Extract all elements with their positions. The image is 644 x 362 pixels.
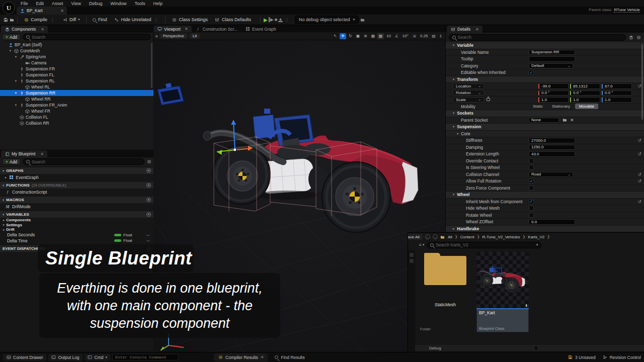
axis-dropdown-rotation[interactable]: Rotation⌄ xyxy=(453,90,484,96)
axis-field-y-location[interactable]: 85.1312 xyxy=(570,83,600,89)
my-blueprint-search-input[interactable] xyxy=(32,159,141,164)
my-blueprint-search[interactable] xyxy=(23,158,144,165)
tree-item-springarm[interactable]: ▾SpringArm xyxy=(0,54,153,60)
select-collision-channel[interactable]: Road⌄ xyxy=(529,172,573,177)
breadcrumb-content[interactable]: Content xyxy=(460,235,474,239)
find-results-button[interactable]: Find Results xyxy=(275,355,304,360)
expander-icon[interactable]: ▸ xyxy=(3,228,5,232)
add-icon[interactable]: + xyxy=(146,198,151,202)
perspective-dropdown[interactable]: Perspective xyxy=(159,33,188,39)
checkbox-hide-wheel-mesh[interactable] xyxy=(529,206,534,211)
viewport-menu-icon[interactable]: ≡ xyxy=(155,34,158,39)
details-subsection-core[interactable]: ▾Core xyxy=(446,131,644,138)
revision-control-button[interactable]: Revision Control xyxy=(603,355,641,360)
compiler-results-tab[interactable]: Compiler Results ✕ xyxy=(214,353,268,361)
debug-checkbox[interactable] xyxy=(534,346,538,350)
asset-tile-staticmesh[interactable]: StaticMesh Folder xyxy=(419,252,471,332)
variable-category-drift[interactable]: ▸Drift xyxy=(0,227,153,232)
console-command-input[interactable] xyxy=(112,354,179,360)
tab-my-blueprint[interactable]: My Blueprint✕ xyxy=(1,150,47,157)
tree-item-bp-kart-self-[interactable]: BP_Kart (Self) xyxy=(0,42,153,48)
close-tab-icon[interactable]: ✕ xyxy=(60,9,64,13)
details-section-sockets[interactable]: ▾Sockets xyxy=(446,110,644,117)
section-functions[interactable]: ▾FUNCTIONS(24 OVERRIDABLE)+ xyxy=(0,182,153,189)
menu-help[interactable]: Help xyxy=(149,1,166,6)
output-log-button[interactable]: Output Log xyxy=(48,354,83,361)
variable-category-settings[interactable]: ▸Settings xyxy=(0,223,153,228)
display-filter-icon[interactable] xyxy=(628,35,633,40)
clear-icon[interactable]: ✕ xyxy=(570,118,574,123)
add-icon[interactable]: + xyxy=(146,168,151,173)
section-graphs[interactable]: ▾GRAPHS+ xyxy=(0,167,153,174)
camera-speed-icon[interactable]: ▤ xyxy=(431,33,437,39)
content-drawer-button[interactable]: Content Drawer xyxy=(3,354,46,361)
value-field-extension-length[interactable]: 43.0 xyxy=(529,151,575,157)
content-search[interactable]: ▾ xyxy=(427,242,541,248)
axis-field-z-location[interactable]: 67.0 xyxy=(602,83,632,89)
tree-item-camera[interactable]: Camera xyxy=(0,60,153,66)
gear-icon[interactable] xyxy=(636,35,641,40)
mobility-stationary[interactable]: Stationary xyxy=(548,104,574,109)
debug-section[interactable]: Debug xyxy=(415,345,644,351)
unsaved-indicator[interactable]: 3 Unsaved xyxy=(568,355,596,360)
select-tool[interactable]: ↖ xyxy=(332,33,339,39)
class-settings-button[interactable]: Class Settings xyxy=(169,16,211,23)
axis-field-x-scale[interactable]: 1.0 xyxy=(538,97,569,103)
lit-dropdown[interactable]: Lit xyxy=(189,33,200,39)
expander-icon[interactable]: ▾ xyxy=(9,49,12,53)
menu-asset[interactable]: Asset xyxy=(48,1,67,6)
expander-icon[interactable]: ▸ xyxy=(3,223,5,227)
viewport-tab-construction-scr-[interactable]: ƒConstruction Scr... xyxy=(192,26,241,32)
axis-field-y-rotation[interactable]: 0.0 ° xyxy=(570,90,600,96)
tree-item-suspension-fr-anim[interactable]: ▾Suspension FR_Anim xyxy=(0,102,153,108)
compile-button[interactable]: Compile⋮ xyxy=(21,16,58,23)
tree-item-wheel-rl[interactable]: Wheel RL xyxy=(0,84,153,90)
section-macros[interactable]: ▾MACROS+ xyxy=(0,197,153,203)
add-icon[interactable]: + xyxy=(146,183,151,188)
stop-button[interactable]: ■ xyxy=(275,17,277,22)
close-icon[interactable]: ✕ xyxy=(40,152,44,156)
tree-item-suspension-fl[interactable]: Suspension FL xyxy=(0,72,153,78)
scale-snap-icon[interactable]: ⇲ xyxy=(411,33,418,39)
details-search[interactable] xyxy=(449,34,626,41)
reset-to-default-icon[interactable]: ↺ xyxy=(637,199,641,204)
rotate-tool[interactable]: ↻ xyxy=(347,33,354,39)
content-search-input[interactable] xyxy=(436,242,534,247)
reset-to-default-icon[interactable]: ↺ xyxy=(637,178,641,184)
tab-bp-kart[interactable]: BP_Kart ✕ xyxy=(17,7,67,15)
menu-tools[interactable]: Tools xyxy=(131,1,148,6)
rotation-snap-icon[interactable]: ∠ xyxy=(393,33,400,39)
grid-snap-icon[interactable]: ▦ xyxy=(377,33,384,39)
find-button[interactable]: Find xyxy=(90,16,110,23)
expander-icon[interactable]: ▾ xyxy=(14,91,18,95)
checkbox-editable-when-inherited[interactable]: ✓ xyxy=(529,70,534,75)
axis-field-x-rotation[interactable]: 0.0 ° xyxy=(538,90,569,96)
asset-tile-bp-kart[interactable]: ⬇ BP_Kart Blueprint Class xyxy=(476,252,529,332)
axis-field-y-scale[interactable]: 1.0 xyxy=(570,97,600,103)
details-scrollbar[interactable] xyxy=(641,44,643,120)
tree-item-suspension-rr[interactable]: ▾Suspension RR xyxy=(0,90,153,96)
section-variables[interactable]: ▾VARIABLES+ xyxy=(0,211,153,218)
rotation-snap-value[interactable]: 10° xyxy=(401,34,410,38)
tree-item-wheel-rr[interactable]: Wheel RR xyxy=(0,96,153,102)
tab-components[interactable]: Components✕ xyxy=(1,26,48,33)
tree-item-wheel-fr[interactable]: Wheel FR xyxy=(0,108,153,114)
forward-icon[interactable]: → xyxy=(433,234,438,239)
frame-skip-button[interactable]: ▶ xyxy=(269,17,274,22)
close-icon[interactable]: ✕ xyxy=(185,27,188,31)
tab-details[interactable]: Details✕ xyxy=(447,26,482,33)
blueprint-item-eventgraph[interactable]: ▸EventGraph xyxy=(0,174,153,180)
browse-icon[interactable] xyxy=(562,118,567,123)
details-search-input[interactable] xyxy=(458,35,622,40)
play-button[interactable]: ▶ xyxy=(264,17,268,23)
tree-item-coremesh[interactable]: ▾CoreMesh xyxy=(0,48,153,54)
mobility-movable[interactable]: Movable xyxy=(575,104,598,109)
tree-item-collision-fl[interactable]: Collision FL xyxy=(0,114,153,120)
reset-to-default-icon[interactable]: ↺ xyxy=(637,83,641,88)
axis-field-x-location[interactable]: -99.0 xyxy=(538,83,569,89)
cmd-dropdown[interactable]: Cmd▾ xyxy=(85,354,110,361)
axis-field-z-rotation[interactable]: 0.0 ° xyxy=(602,90,632,96)
kart-mesh[interactable] xyxy=(194,90,435,241)
camera-speed-value[interactable]: 1 xyxy=(438,34,443,38)
move-tool[interactable]: ✛ xyxy=(340,33,346,39)
